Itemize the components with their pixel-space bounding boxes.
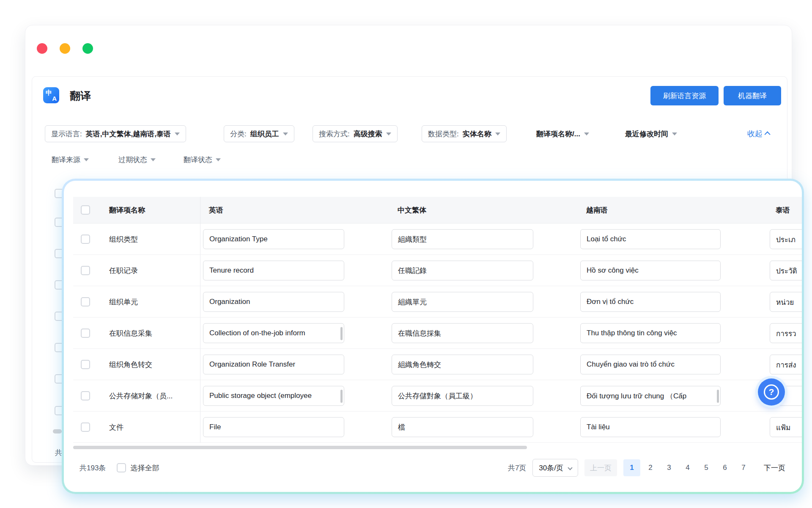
page-button-5[interactable]: 5	[698, 459, 715, 476]
background-scrollbar-thumb[interactable]	[53, 429, 62, 433]
column-header-name: 翻译项名称	[109, 205, 145, 215]
thai-input[interactable]: หน่วย	[770, 292, 802, 312]
thai-input[interactable]: การรว	[770, 323, 802, 343]
page-button-2[interactable]: 2	[642, 459, 659, 476]
row-name: 组织类型	[109, 234, 138, 244]
vietnamese-input[interactable]: Thu thập thông tin công việc	[580, 323, 721, 343]
page-size-value: 30条/页	[539, 463, 563, 473]
caret-down-icon	[386, 133, 391, 135]
page-size-select[interactable]: 30条/页	[532, 459, 578, 477]
vietnamese-input[interactable]: Hồ sơ công việc	[580, 260, 721, 280]
page-button-7[interactable]: 7	[735, 459, 752, 476]
chinese-traditional-input[interactable]: 在職信息採集	[392, 323, 533, 343]
english-input[interactable]: File	[203, 417, 344, 437]
select-all-header-checkbox[interactable]	[81, 205, 90, 215]
page-title: 翻译	[70, 89, 91, 103]
english-input[interactable]: Organization Role Transfer	[203, 354, 344, 374]
row-name: 在职信息采集	[109, 328, 152, 338]
english-input[interactable]: Tenure record	[203, 260, 344, 280]
filter-label: 翻译状态	[184, 155, 212, 165]
machine-translate-button[interactable]: 机器翻译	[724, 86, 781, 105]
page-button-6[interactable]: 6	[716, 459, 733, 476]
translate-app-icon: 中A	[43, 87, 59, 103]
english-input[interactable]: Public storage object (employee	[203, 386, 344, 406]
close-window-button[interactable]	[37, 43, 47, 54]
chinese-traditional-input[interactable]: 公共存儲對象（員工級）	[392, 386, 533, 406]
english-input[interactable]: Organization Type	[203, 229, 344, 249]
filter-expire-status[interactable]: 过期状态	[118, 153, 156, 166]
window-controls	[37, 43, 93, 54]
filter-translate-status[interactable]: 翻译状态	[184, 153, 221, 166]
thai-input[interactable]: แฟ้ม	[770, 417, 802, 437]
next-page-button[interactable]: 下一页	[758, 459, 791, 476]
vietnamese-input[interactable]: Đơn vị tổ chức	[580, 292, 721, 312]
maximize-window-button[interactable]	[82, 43, 93, 54]
chinese-traditional-input[interactable]: 檔	[392, 417, 533, 437]
chevron-down-icon	[568, 465, 572, 470]
table-row: 组织单元 Organization 組織單元 Đơn vị tổ chức หน…	[73, 286, 802, 318]
filter-search-mode[interactable]: 搜索方式: 高级搜索	[313, 125, 398, 142]
row-checkbox[interactable]	[81, 360, 90, 369]
english-input[interactable]: Collection of on-the-job inform	[203, 323, 344, 343]
pagination-controls: 共7页 30条/页 上一页 1234567 下一页	[508, 459, 791, 477]
row-checkbox[interactable]	[81, 422, 90, 432]
chinese-traditional-input[interactable]: 任職記錄	[392, 260, 533, 280]
row-checkbox[interactable]	[81, 235, 90, 244]
filter-translation-source[interactable]: 翻译来源	[52, 153, 89, 166]
chinese-traditional-input[interactable]: 組織單元	[392, 292, 533, 312]
caret-down-icon	[84, 158, 89, 161]
page-button-3[interactable]: 3	[661, 459, 678, 476]
row-checkbox[interactable]	[81, 266, 90, 275]
filter-modified-time[interactable]: 最近修改时间	[625, 125, 677, 142]
filter-display-language[interactable]: 显示语言: 英语,中文繁体,越南语,泰语	[45, 125, 186, 142]
chinese-traditional-input[interactable]: 組織類型	[392, 229, 533, 249]
column-header-english: 英语	[203, 205, 344, 215]
page-button-1[interactable]: 1	[623, 459, 640, 476]
caret-down-icon	[216, 158, 221, 161]
filter-name-column[interactable]: 翻译项名称/...	[536, 125, 589, 142]
previous-page-button[interactable]: 上一页	[584, 459, 617, 476]
table-row: 公共存储对象（员... Public storage object (emplo…	[73, 380, 802, 411]
thai-input[interactable]: การส่ง	[770, 354, 802, 374]
english-input[interactable]: Organization	[203, 292, 344, 312]
vietnamese-input[interactable]: Loại tổ chức	[580, 229, 721, 249]
horizontal-scrollbar-thumb[interactable]	[73, 446, 527, 449]
filter-label: 分类:	[230, 129, 247, 139]
caret-down-icon	[672, 133, 677, 135]
row-checkbox[interactable]	[81, 297, 90, 306]
table-panel-body: 翻译项名称 英语 中文繁体 越南语 泰语 组织类型 Organization T…	[64, 181, 802, 492]
filter-category[interactable]: 分类: 组织员工	[224, 125, 294, 142]
row-name: 组织角色转交	[109, 359, 152, 369]
filter-label: 翻译来源	[52, 155, 80, 165]
minimize-window-button[interactable]	[60, 43, 70, 54]
row-name: 任职记录	[109, 265, 138, 275]
chevron-up-icon	[765, 131, 771, 137]
select-all-checkbox[interactable]	[117, 463, 126, 472]
filter-label: 过期状态	[118, 155, 147, 165]
filter-label: 最近修改时间	[625, 129, 668, 139]
caret-down-icon	[584, 133, 589, 135]
column-header-vietnamese: 越南语	[580, 205, 721, 215]
vietnamese-input[interactable]: Tài liệu	[580, 417, 721, 437]
page-numbers: 1234567	[623, 459, 752, 476]
help-button[interactable]: ?	[758, 378, 785, 406]
filter-value: 组织员工	[250, 129, 279, 139]
thai-input[interactable]: ประเภ	[770, 229, 802, 249]
table-spotlight-panel: 翻译项名称 英语 中文繁体 越南语 泰语 组织类型 Organization T…	[62, 179, 804, 494]
row-name: 文件	[109, 422, 123, 432]
vietnamese-input[interactable]: Chuyển giao vai trò tổ chức	[580, 354, 721, 374]
row-checkbox[interactable]	[81, 329, 90, 338]
collapse-filters-button[interactable]: 收起	[747, 125, 770, 142]
thai-input[interactable]: ประวัติ	[770, 260, 802, 280]
chinese-traditional-input[interactable]: 組織角色轉交	[392, 354, 533, 374]
row-checkbox[interactable]	[81, 391, 90, 400]
row-name: 组织单元	[109, 297, 138, 306]
filter-data-type[interactable]: 数据类型: 实体名称	[422, 125, 507, 142]
vietnamese-input[interactable]: Đối tượng lưu trữ chung （Cấp	[580, 386, 721, 406]
refresh-language-resources-button[interactable]: 刷新语言资源	[650, 86, 719, 105]
column-header-thai: 泰语	[770, 205, 802, 215]
filter-label: 翻译项名称/...	[536, 129, 580, 139]
select-all-control[interactable]: 选择全部	[117, 463, 159, 473]
page-button-4[interactable]: 4	[679, 459, 696, 476]
background-partial-total-text: 共	[55, 448, 62, 458]
